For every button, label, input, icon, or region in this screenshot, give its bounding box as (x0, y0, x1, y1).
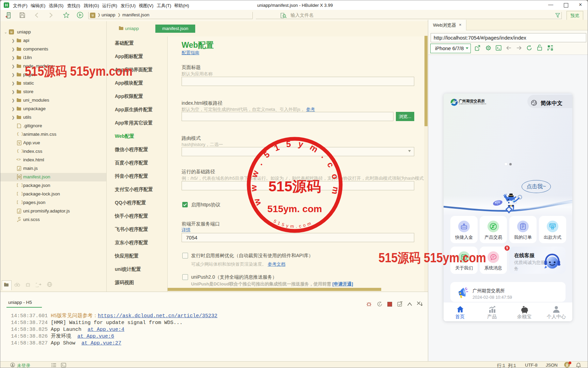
svg-text:515源码: 515源码 (268, 178, 321, 194)
svg-text:515ym. com: 515ym. com (267, 204, 322, 214)
svg-text:www.515ym.com: www.515ym.com (249, 138, 341, 207)
